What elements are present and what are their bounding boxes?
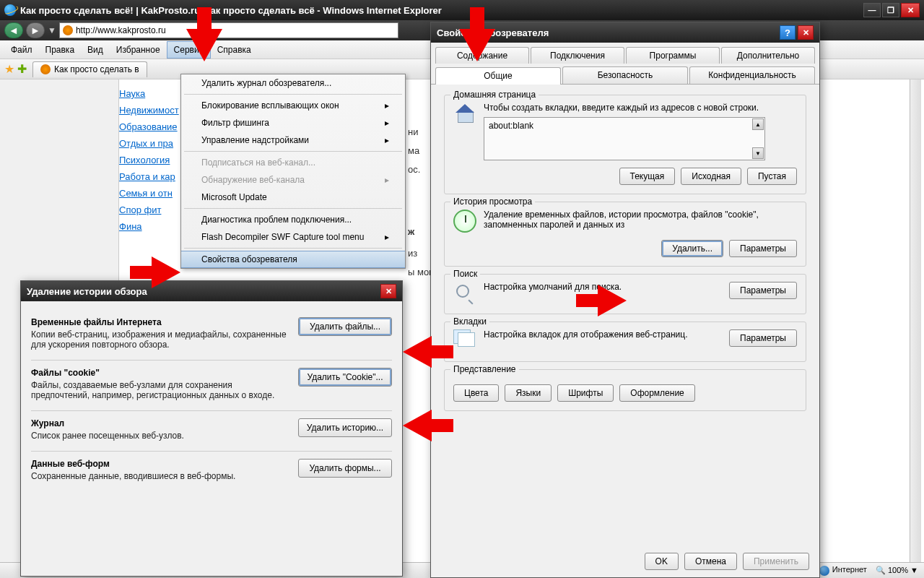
link-education[interactable]: Образование bbox=[119, 118, 177, 135]
dialog-help-button[interactable]: ? bbox=[780, 25, 796, 40]
link-rest[interactable]: Отдых и пра bbox=[119, 135, 177, 152]
menu-file[interactable]: Файл bbox=[4, 42, 39, 58]
vertical-scrollbar[interactable] bbox=[910, 79, 921, 578]
delete-action-button[interactable]: Удалить формы... bbox=[298, 459, 392, 478]
menu-item[interactable]: Flash Decompiler SWF Capture tool menu▸ bbox=[181, 228, 405, 246]
options-tab[interactable]: Безопасность bbox=[562, 66, 688, 84]
section-desc: Сохраненные данные, вводившиеся в веб-фо… bbox=[31, 471, 288, 481]
delete-action-button[interactable]: Удалить историю... bbox=[298, 418, 392, 437]
arrow-icon bbox=[403, 410, 432, 441]
search-icon bbox=[453, 282, 476, 305]
group-legend: Домашняя страница bbox=[450, 90, 539, 100]
link-realestate[interactable]: Недвижимост bbox=[119, 102, 177, 118]
delete-section: Файлы "cookie"Файлы, создаваемые веб-узл… bbox=[31, 361, 392, 411]
forward-button[interactable]: ► bbox=[26, 22, 45, 38]
delete-history-button[interactable]: Удалить... bbox=[661, 240, 723, 257]
menu-item[interactable]: Свойства обозревателя bbox=[181, 251, 405, 268]
group-tabs: Вкладки Настройка вкладок для отображени… bbox=[444, 322, 806, 362]
menu-item[interactable]: Фильтр фишинга▸ bbox=[181, 114, 405, 131]
maximize-button[interactable]: ❐ bbox=[882, 3, 899, 17]
cancel-button[interactable]: Отмена bbox=[684, 553, 737, 570]
history-icon bbox=[453, 210, 476, 233]
appearance-button[interactable]: Цвета bbox=[453, 384, 499, 402]
link-work[interactable]: Работа и кар bbox=[119, 168, 177, 185]
menu-item[interactable]: Удалить журнал обозревателя... bbox=[181, 74, 405, 92]
group-appearance: Представление ЦветаЯзыкиШрифтыОформление bbox=[444, 369, 806, 411]
menu-item[interactable]: Microsoft Update bbox=[181, 189, 405, 206]
tools-dropdown: Удалить журнал обозревателя...Блокирован… bbox=[180, 74, 406, 269]
textbox-scroll-down[interactable]: ▼ bbox=[752, 147, 764, 159]
delete-section: Данные веб-формСохраненные данные, вводи… bbox=[31, 452, 392, 491]
delete-action-button[interactable]: Удалить файлы... bbox=[298, 317, 392, 336]
close-button[interactable]: ✕ bbox=[901, 3, 920, 17]
home-url-textbox[interactable]: about:blank ▲ ▼ bbox=[484, 117, 765, 160]
tab-favicon-icon bbox=[40, 64, 51, 74]
section-heading: Журнал bbox=[31, 418, 288, 428]
status-zoom[interactable]: 🔍 100% ▼ bbox=[876, 566, 918, 575]
menu-edit[interactable]: Правка bbox=[39, 42, 82, 58]
options-tab[interactable]: Общие bbox=[435, 67, 561, 85]
site-favicon-icon bbox=[63, 25, 73, 35]
history-settings-button[interactable]: Параметры bbox=[729, 240, 797, 257]
tab-title: Как просто сделать в bbox=[54, 64, 139, 74]
ok-button[interactable]: OK bbox=[645, 553, 679, 570]
link-sport[interactable]: Спор фит bbox=[119, 202, 177, 218]
delete-action-button[interactable]: Удалить "Cookie"... bbox=[298, 368, 392, 387]
group-history: История просмотра Удаление временных фай… bbox=[444, 202, 806, 267]
menu-view[interactable]: Вид bbox=[81, 42, 110, 58]
home-button[interactable]: Текущая bbox=[619, 168, 676, 185]
home-url-value: about:blank bbox=[489, 121, 533, 131]
menu-favorites[interactable]: Избранное bbox=[110, 42, 167, 58]
status-zone: Интернет bbox=[819, 565, 867, 575]
group-legend: Представление bbox=[450, 364, 519, 374]
arrow-icon bbox=[403, 336, 432, 368]
home-button[interactable]: Пустая bbox=[747, 168, 797, 185]
arrow-icon bbox=[152, 256, 180, 288]
group-legend: Вкладки bbox=[450, 316, 489, 327]
home-desc: Чтобы создать вкладки, введите каждый из… bbox=[484, 103, 797, 113]
search-settings-button[interactable]: Параметры bbox=[729, 282, 797, 299]
dialog-titlebar[interactable]: Удаление истории обзора ✕ bbox=[21, 281, 402, 301]
back-button[interactable]: ◄ bbox=[4, 22, 23, 38]
ie-icon bbox=[4, 4, 16, 16]
link-family[interactable]: Семья и отн bbox=[119, 185, 177, 202]
address-bar[interactable]: http://www.kakprosto.ru bbox=[59, 22, 398, 38]
add-favorite-icon[interactable]: ✚ bbox=[17, 62, 27, 76]
minimize-button[interactable]: — bbox=[863, 3, 881, 17]
link-finance[interactable]: Фина bbox=[119, 218, 177, 235]
window-titlebar: Как просто сделать всё! | KakProsto.ru: … bbox=[0, 0, 924, 20]
textbox-scroll-up[interactable]: ▲ bbox=[752, 118, 764, 130]
category-links: Наука Недвижимост Образование Отдых и пр… bbox=[119, 85, 177, 235]
delete-section: ЖурналСписок ранее посещенных веб-узлов.… bbox=[31, 411, 392, 452]
options-tab[interactable]: Конфиденциальность bbox=[689, 66, 815, 84]
menu-item[interactable]: Диагностика проблем подключения... bbox=[181, 211, 405, 228]
link-science[interactable]: Наука bbox=[119, 85, 177, 102]
favorites-star-icon[interactable]: ★ bbox=[4, 62, 14, 76]
address-url: http://www.kakprosto.ru bbox=[76, 25, 166, 35]
appearance-button[interactable]: Языки bbox=[505, 384, 552, 402]
link-psychology[interactable]: Психология bbox=[119, 152, 177, 168]
menu-item[interactable]: Управление надстройками▸ bbox=[181, 131, 405, 149]
options-tab[interactable]: Программы bbox=[626, 47, 720, 64]
group-legend: История просмотра bbox=[450, 197, 535, 207]
appearance-button[interactable]: Оформление bbox=[619, 384, 694, 402]
dialog-title: Удаление истории обзора bbox=[27, 286, 147, 297]
home-button[interactable]: Исходная bbox=[681, 168, 741, 185]
section-heading: Файлы "cookie" bbox=[31, 368, 288, 378]
delete-history-dialog: Удаление истории обзора ✕ Временные файл… bbox=[20, 280, 403, 577]
group-legend: Поиск bbox=[450, 269, 480, 279]
group-home: Домашняя страница Чтобы создать вкладки,… bbox=[444, 95, 806, 194]
dialog-close-button[interactable]: ✕ bbox=[798, 25, 814, 40]
dialog-footer: OK Отмена Применить bbox=[645, 553, 809, 570]
options-tab[interactable]: Дополнительно bbox=[721, 47, 815, 64]
menu-item: Обнаружение веб-канала▸ bbox=[181, 171, 405, 189]
browser-tab[interactable]: Как просто сделать в bbox=[32, 61, 147, 77]
apply-button[interactable]: Применить bbox=[743, 553, 809, 570]
dialog-close-button[interactable]: ✕ bbox=[380, 284, 396, 298]
tabs-settings-button[interactable]: Параметры bbox=[729, 329, 797, 347]
appearance-button[interactable]: Шрифты bbox=[557, 384, 614, 402]
menu-item[interactable]: Блокирование всплывающих окон▸ bbox=[181, 97, 405, 114]
menu-item: Подписаться на веб-канал... bbox=[181, 154, 405, 171]
arrow-icon bbox=[186, 29, 222, 61]
options-tab[interactable]: Подключения bbox=[531, 47, 624, 64]
